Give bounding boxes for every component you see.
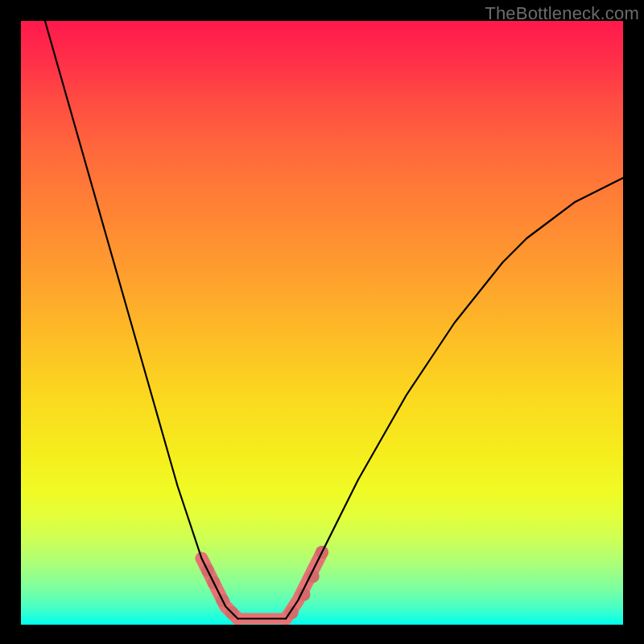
curve-left-branch xyxy=(45,21,237,619)
chart-plot-area xyxy=(21,21,623,625)
watermark-text: TheBottleneck.com xyxy=(485,3,639,24)
highlight-band-group xyxy=(201,546,328,619)
chart-svg xyxy=(21,21,623,625)
curve-right-branch xyxy=(286,178,623,619)
main-curve-group xyxy=(45,21,623,619)
